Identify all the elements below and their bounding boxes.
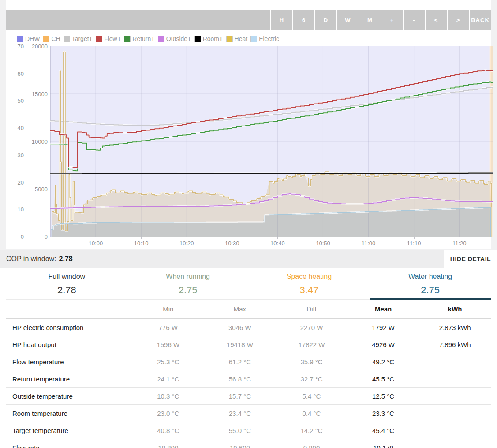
legend-item-dhw[interactable]: DHW (17, 35, 40, 42)
time-axis-tick (187, 237, 187, 239)
toolbar-button-back[interactable]: BACK (469, 10, 491, 30)
row-value: 45.5 °C (348, 370, 419, 388)
time-axis-tick (460, 237, 460, 239)
tab-space-heating[interactable]: Space heating3.47 (249, 268, 370, 300)
legend-label: Electric (259, 35, 279, 42)
legend-item-returnt[interactable]: ReturnT (124, 35, 155, 42)
row-value: 0.800 (276, 439, 348, 448)
time-axis-tick-label: 10:20 (172, 240, 201, 247)
column-header (6, 300, 132, 319)
legend-label: RoomT (203, 35, 223, 42)
row-value (419, 405, 491, 422)
legend-item-heat[interactable]: Heat (226, 35, 248, 42)
row-value: 18.800 (132, 439, 204, 448)
toolbar-button-h[interactable]: H (270, 10, 292, 30)
row-label: Flow rate (6, 439, 132, 448)
hide-detail-button[interactable]: HIDE DETAIL (444, 250, 497, 268)
legend-item-flowt[interactable]: FlowT (96, 35, 121, 42)
tab-full-window[interactable]: Full window2.78 (6, 268, 127, 300)
row-value: 15.7 °C (204, 388, 276, 405)
cop-value: 2.78 (59, 255, 73, 263)
time-axis-tick-label: 11:20 (445, 240, 474, 247)
power-axis-tick-label: 5000 (6, 186, 48, 193)
toolbar-button->[interactable]: > (447, 10, 469, 30)
chart-legend: DHWCHTargetTFlowTReturnTOutsideTRoomTHea… (17, 35, 282, 43)
legend-label: ReturnT (132, 35, 155, 42)
legend-item-targett[interactable]: TargetT (64, 35, 93, 42)
temp-axis-tick-label: 10 (6, 206, 24, 213)
legend-item-electric[interactable]: Electric (250, 35, 279, 42)
row-value: 55.0 °C (204, 422, 276, 439)
row-value (419, 388, 491, 405)
toolbar-button-d[interactable]: D (314, 10, 336, 30)
tab-cop-value: 2.75 (370, 285, 491, 296)
tab-cop-value: 2.75 (127, 285, 249, 296)
row-value (419, 422, 491, 439)
cop-label: COP in window: (6, 255, 56, 263)
row-value: 4926 W (348, 336, 419, 353)
row-value: 10.3 °C (132, 388, 204, 405)
chart-plot-area[interactable] (50, 46, 493, 237)
row-label: Outside temperature (6, 388, 132, 405)
time-axis-tick (414, 237, 415, 239)
row-label: Room temperature (6, 405, 132, 422)
cop-in-window: COP in window: 2.78 (6, 250, 73, 268)
row-label: HP heat output (6, 336, 132, 353)
table-row: Target temperature40.8 °C55.0 °C14.2 °C4… (6, 422, 491, 439)
time-axis-tick-label: 10:40 (263, 240, 291, 247)
toolbar-button-w[interactable]: W (336, 10, 359, 30)
toolbar-button-6[interactable]: 6 (292, 10, 314, 30)
table-row: HP heat output1596 W19418 W17822 W4926 W… (6, 336, 491, 353)
tab-when-running[interactable]: When running2.75 (127, 268, 249, 300)
row-value: 49.2 °C (348, 353, 419, 370)
time-axis-tick (96, 237, 96, 239)
row-value: 1792 W (348, 319, 419, 336)
legend-swatch-heat (226, 36, 233, 42)
legend-swatch-roomt (194, 36, 201, 42)
column-header-min: Min (132, 300, 204, 319)
temp-axis-tick-label: 30 (6, 152, 24, 158)
row-value: 5.4 °C (276, 388, 348, 405)
toolbar-button-+[interactable]: + (381, 10, 403, 30)
toolbar: H6DWM+-<>BACK (6, 10, 491, 30)
time-axis-tick-label: 11:00 (355, 240, 383, 247)
row-value: 23.0 °C (132, 405, 204, 422)
table-row: Flow temperature25.3 °C61.2 °C35.9 °C49.… (6, 353, 491, 370)
row-value: 14.2 °C (276, 422, 348, 439)
temp-axis-tick-label: 40 (6, 125, 24, 131)
toolbar-button--[interactable]: - (403, 10, 425, 30)
legend-item-roomt[interactable]: RoomT (194, 35, 223, 42)
row-value (419, 353, 491, 370)
toolbar-button-m[interactable]: M (359, 10, 381, 30)
time-axis-tick-label: 10:00 (82, 240, 110, 247)
row-value: 23.3 °C (348, 405, 419, 422)
table-row: Outside temperature10.3 °C15.7 °C5.4 °C1… (6, 388, 491, 405)
stats-table-header-row: MinMaxDiffMeankWh (6, 300, 491, 319)
tab-label: Space heating (249, 273, 370, 281)
tab-water-heating[interactable]: Water heating2.75 (370, 268, 491, 300)
power-axis-tick-label: 15000 (6, 91, 48, 97)
legend-item-outsidet[interactable]: OutsideT (158, 35, 191, 42)
row-value: 2.873 kWh (419, 319, 491, 336)
row-value: 17822 W (276, 336, 348, 353)
time-axis-tick (141, 237, 142, 239)
legend-swatch-flowt (96, 36, 102, 42)
cop-bar: COP in window: 2.78 HIDE DETAIL (0, 250, 497, 268)
row-value: 45.4 °C (348, 422, 419, 439)
legend-label: OutsideT (166, 35, 191, 42)
legend-swatch-electric (250, 36, 257, 42)
legend-swatch-returnt (124, 36, 131, 42)
chart-panel: H6DWM+-<>BACK DHWCHTargetTFlowTReturnTOu… (6, 0, 491, 249)
temp-axis-tick-label: 60 (6, 70, 24, 77)
legend-label: FlowT (104, 35, 121, 42)
legend-item-ch[interactable]: CH (43, 35, 60, 42)
toolbar-button-<[interactable]: < (425, 10, 447, 30)
time-axis-tick (323, 237, 323, 239)
power-axis-tick-label: 20000 (6, 43, 48, 50)
row-value: 40.8 °C (132, 422, 204, 439)
row-value: 35.9 °C (276, 353, 348, 370)
tab-cop-value: 3.47 (249, 285, 370, 296)
power-axis-tick-label: 10000 (6, 138, 48, 145)
row-value (419, 439, 491, 448)
power-axis-tick-label: 0 (6, 233, 48, 240)
